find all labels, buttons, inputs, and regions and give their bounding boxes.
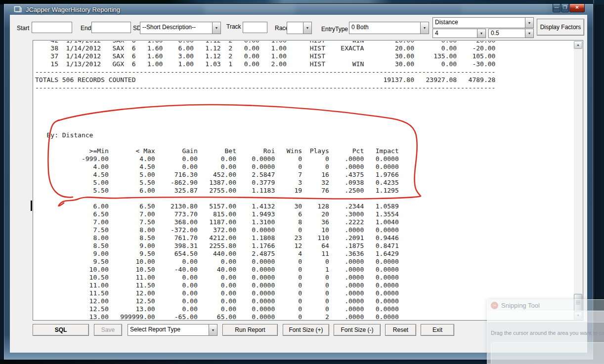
snipping-tool-body: Drag the cursor around the area you want… (487, 323, 604, 364)
end-label: End (81, 25, 91, 32)
scroll-up-icon[interactable]: ▲ (574, 41, 582, 49)
stray-pen-mark (31, 201, 32, 211)
screen: { "window": { "title": "JCapper WagerHis… (0, 0, 604, 364)
font-size-plus-button[interactable]: Font Size (+) (283, 324, 329, 336)
factor-min-value: 4 (433, 29, 477, 38)
app-icon (14, 6, 22, 13)
maximize-button-icon[interactable]: ❐ (561, 4, 569, 12)
minimize-button-icon[interactable]: — (553, 4, 561, 12)
report-text: 42 1/14/2012 SAX 6 1.60 6.00 1.12 2 0.00… (35, 41, 495, 320)
chevron-down-icon[interactable]: ▼ (303, 22, 311, 34)
factor-value: Distance (433, 18, 525, 28)
chevron-down-icon[interactable]: ▼ (420, 22, 429, 34)
close-button-icon[interactable]: ✕ (569, 4, 585, 12)
exit-button[interactable]: Exit (421, 324, 454, 336)
reset-button[interactable]: Reset (385, 324, 416, 336)
run-report-button[interactable]: Run Report (222, 324, 278, 336)
snipping-tool-ghost-window: ✂ Snipping Tool Drag the cursor around t… (487, 299, 604, 364)
entrytype-dropdown[interactable]: 0 Both ▼ (349, 22, 429, 34)
snipping-tool-panel (491, 342, 604, 364)
scissors-icon: ✂ (491, 302, 498, 309)
background-window-blur (204, 5, 296, 14)
track-label: Track (226, 23, 241, 30)
entrytype-label: EntryType (321, 26, 348, 33)
background-window-blur (461, 5, 548, 13)
track-input[interactable] (243, 22, 267, 33)
window-title: JCapper WagerHistory Reporting (26, 6, 120, 13)
end-input[interactable] (91, 22, 131, 33)
entrytype-value: 0 Both (349, 22, 420, 34)
short-description-dropdown[interactable]: --Short Description-- ▼ (140, 22, 221, 34)
race-dropdown[interactable]: ▼ (287, 22, 312, 34)
report-view: 42 1/14/2012 SAX 6 1.60 6.00 1.12 2 0.00… (34, 41, 574, 320)
snipping-tool-titlebar: ✂ Snipping Tool (487, 300, 604, 311)
snipping-tool-toolbar (487, 311, 604, 323)
save-button[interactable]: Save (94, 324, 122, 336)
title-bar[interactable]: JCapper WagerHistory Reporting — ❐ ✕ (4, 4, 593, 15)
report-textbox[interactable]: 42 1/14/2012 SAX 6 1.60 6.00 1.12 2 0.00… (33, 40, 583, 321)
race-value (287, 22, 303, 34)
factor-min-dropdown[interactable]: 4 ▼ (432, 29, 486, 38)
start-label: Start (17, 25, 29, 32)
chevron-down-icon[interactable]: ▼ (477, 29, 485, 38)
vertical-scrollbar[interactable]: ▲ ▼ (574, 41, 582, 320)
start-input[interactable] (32, 22, 72, 33)
snipping-tool-hint: Drag the cursor around the area you want… (491, 330, 604, 336)
display-factors-button[interactable]: Display Factors (537, 19, 584, 36)
snipping-tool-title: Snipping Tool (501, 302, 540, 309)
factor-step-value: 0.5 (489, 29, 525, 38)
chevron-down-icon[interactable]: ▼ (212, 22, 220, 34)
factor-dropdown[interactable]: Distance ▼ (432, 17, 534, 28)
factor-step-dropdown[interactable]: 0.5 ▼ (488, 29, 534, 38)
chevron-down-icon[interactable]: ▼ (525, 29, 533, 38)
chevron-down-icon[interactable]: ▼ (209, 324, 217, 335)
font-size-minus-button[interactable]: Font Size (-) (334, 324, 381, 336)
report-type-value: Select Report Type (128, 324, 209, 335)
sql-button[interactable]: SQL (33, 324, 89, 336)
short-description-value: --Short Description-- (140, 22, 212, 34)
report-type-dropdown[interactable]: Select Report Type ▼ (128, 324, 217, 336)
chevron-down-icon[interactable]: ▼ (525, 18, 533, 28)
